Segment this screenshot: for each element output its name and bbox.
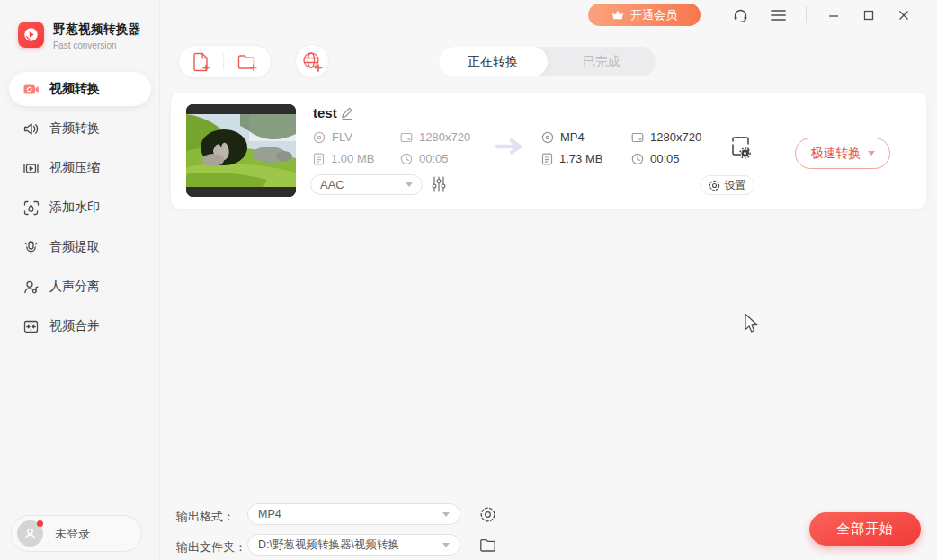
tab-completed-label: 已完成 [583,54,620,70]
output-duration-value: 00:05 [650,152,680,165]
sidebar-item-label: 视频转换 [49,81,100,97]
titlebar-divider [806,6,807,23]
app-logo-block: 野葱视频转换器 Fast conversion [18,22,141,50]
open-folder-button[interactable] [477,535,497,555]
add-media-group [178,45,272,78]
source-format: FLV [313,130,352,144]
task-settings-button[interactable]: 设置 [700,175,754,195]
sidebar-item-video-convert[interactable]: 视频转换 [9,72,151,106]
audio-extract-icon [22,239,40,256]
queue-tabs: 正在转换 已完成 [439,47,656,76]
sidebar-item-label: 音频提取 [49,239,100,255]
video-convert-icon [22,81,40,98]
support-button[interactable] [728,4,752,26]
audio-codec-select[interactable]: AAC [310,174,423,195]
sidebar-item-label: 音频转换 [49,120,100,137]
audio-codec-value: AAC [320,178,344,191]
source-duration-value: 00:05 [419,152,449,165]
close-icon [898,10,909,21]
source-duration: 00:05 [400,152,449,165]
sidebar-item-audio-convert[interactable]: 音频转换 [9,111,151,146]
toolbar-divider [223,54,224,70]
start-all-label: 全部开始 [836,520,894,538]
audio-convert-icon [22,120,40,138]
output-resolution: 1280x720 [631,130,701,144]
sidebar-item-label: 视频压缩 [49,160,100,176]
resolution-screen-icon [400,131,413,144]
output-size-value: 1.73 MB [559,152,602,165]
source-size: 1.00 MB [313,152,374,165]
app-title: 野葱视频转换器 [53,22,141,38]
duration-clock-icon [400,153,413,165]
sidebar-item-vocal-separate[interactable]: 人声分离 [9,270,151,304]
format-disc-icon [541,131,554,144]
output-folder-select[interactable]: D:\野葱视频转换器\视频转换 [247,534,460,556]
maximize-button[interactable] [855,4,882,27]
chevron-down-icon [442,543,450,547]
add-folder-icon [236,52,259,72]
edit-pencil-icon [340,106,354,120]
minimize-icon [828,10,839,21]
conversion-arrow-icon [495,138,527,159]
close-button[interactable] [890,4,917,27]
task-settings-label: 设置 [725,178,746,193]
output-folder-path: D:\野葱视频转换器\视频转换 [258,538,399,553]
task-card: test FLV 1280x720 1.00 MB 00:05 AAC MP4 … [171,93,926,209]
sidebar-item-label: 视频合并 [49,318,100,334]
equalizer-sliders-icon [431,175,447,193]
format-settings-button[interactable] [477,504,497,524]
output-duration: 00:05 [631,152,680,165]
source-resolution: 1280x720 [400,130,470,144]
crown-icon [611,10,624,21]
maximize-icon [863,10,874,21]
gear-circle-icon [479,506,496,523]
add-file-button[interactable] [192,51,211,73]
video-merge-icon [22,318,40,335]
main-menu-button[interactable] [766,4,790,26]
output-file-gear-icon [728,133,753,160]
edit-title-button[interactable] [340,106,354,124]
login-status[interactable]: 未登录 [11,515,142,552]
output-format: MP4 [541,130,585,144]
video-thumbnail[interactable] [186,104,296,197]
sidebar-item-add-watermark[interactable]: 添加水印 [9,191,151,225]
source-size-value: 1.00 MB [331,152,374,165]
chevron-down-icon [406,182,413,187]
sidebar-item-video-merge[interactable]: 视频合并 [9,309,151,343]
sidebar-item-video-compress[interactable]: 视频压缩 [9,151,151,185]
conversion-mode-button[interactable]: 极速转换 [795,138,890,169]
source-resolution-value: 1280x720 [419,130,470,144]
conversion-mode-label: 极速转换 [811,146,861,162]
output-file-settings-button[interactable] [728,133,753,164]
output-format-select[interactable]: MP4 [247,503,460,525]
sidebar: 野葱视频转换器 Fast conversion 视频转换 音频转换 视频压缩 [0,0,160,560]
output-size: 1.73 MB [541,152,602,165]
source-format-value: FLV [332,130,352,144]
output-format-label: 输出格式： [176,509,235,525]
add-folder-button[interactable] [236,52,259,72]
file-size-doc-icon [313,153,325,165]
open-membership-button[interactable]: 开通会员 [588,4,701,26]
add-watermark-icon [22,200,40,217]
add-url-button[interactable] [295,44,329,78]
start-all-button[interactable]: 全部开始 [809,512,921,546]
tab-completed[interactable]: 已完成 [548,47,656,76]
output-format-selected: MP4 [258,508,281,520]
gear-circle-icon [709,180,720,191]
minimize-button[interactable] [820,4,847,27]
duration-clock-icon [631,153,644,165]
app-tagline: Fast conversion [53,40,141,50]
tab-converting[interactable]: 正在转换 [439,47,548,76]
sidebar-item-label: 添加水印 [49,200,100,216]
sidebar-item-label: 人声分离 [49,279,100,295]
output-format-value: MP4 [560,130,585,144]
login-label: 未登录 [55,526,90,542]
sidebar-item-audio-extract[interactable]: 音频提取 [9,230,151,264]
add-file-icon [192,51,211,73]
folder-icon [479,538,496,553]
advanced-params-button[interactable] [431,175,447,197]
format-disc-icon [313,131,326,144]
membership-label: 开通会员 [630,7,677,23]
file-size-doc-icon [541,153,553,165]
hamburger-icon [771,9,786,22]
